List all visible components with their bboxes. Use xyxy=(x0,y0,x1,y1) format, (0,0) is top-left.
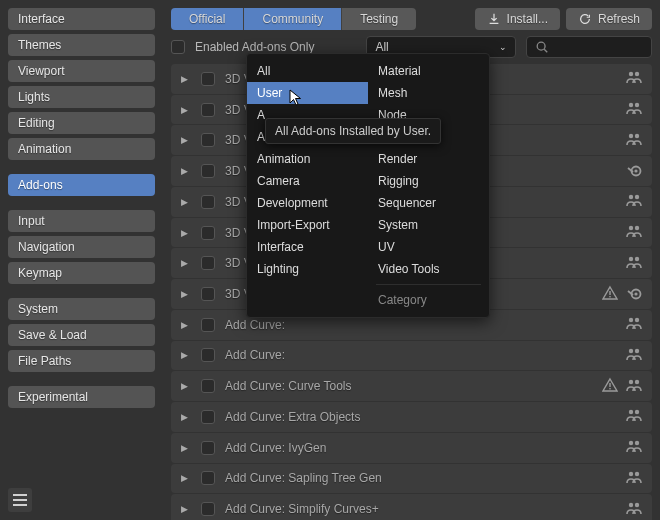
sidebar-item-save-load[interactable]: Save & Load xyxy=(8,324,155,346)
addon-name: Add Curve: Simplify Curves+ xyxy=(225,502,642,516)
enabled-only-checkbox[interactable] xyxy=(171,40,185,54)
community-icon xyxy=(626,69,642,88)
svg-point-0 xyxy=(538,42,546,50)
addon-enable-checkbox[interactable] xyxy=(201,103,215,117)
expand-caret[interactable]: ▶ xyxy=(181,412,191,422)
addon-enable-checkbox[interactable] xyxy=(201,348,215,362)
hamburger-menu[interactable] xyxy=(8,488,32,512)
popup-item-rigging[interactable]: Rigging xyxy=(368,170,489,192)
top-toolbar: OfficialCommunityTesting Install... Refr… xyxy=(171,8,652,30)
expand-caret[interactable]: ▶ xyxy=(181,289,191,299)
popup-item-interface[interactable]: Interface xyxy=(247,236,368,258)
addon-badges xyxy=(626,254,642,273)
popup-item-video-tools[interactable]: Video Tools xyxy=(368,258,489,280)
search-input[interactable] xyxy=(526,36,652,58)
addon-enable-checkbox[interactable] xyxy=(201,318,215,332)
refresh-icon xyxy=(578,12,592,26)
svg-point-29 xyxy=(629,441,633,445)
svg-point-12 xyxy=(635,226,639,230)
expand-caret[interactable]: ▶ xyxy=(181,74,191,84)
community-icon xyxy=(626,438,642,457)
install-button[interactable]: Install... xyxy=(475,8,560,30)
addon-enable-checkbox[interactable] xyxy=(201,256,215,270)
expand-caret[interactable]: ▶ xyxy=(181,105,191,115)
category-popup: AllUserAAdd MeshAnimationCameraDevelopme… xyxy=(246,53,490,318)
popup-item-import-export[interactable]: Import-Export xyxy=(247,214,368,236)
expand-caret[interactable]: ▶ xyxy=(181,228,191,238)
addon-enable-checkbox[interactable] xyxy=(201,441,215,455)
addon-enable-checkbox[interactable] xyxy=(201,72,215,86)
addon-enable-checkbox[interactable] xyxy=(201,164,215,178)
popup-item-mesh[interactable]: Mesh xyxy=(368,82,489,104)
addon-enable-checkbox[interactable] xyxy=(201,133,215,147)
addon-row: ▶Add Curve: Simplify Curves+ xyxy=(171,494,652,520)
addon-name: Add Curve: xyxy=(225,318,642,332)
popup-item-material[interactable]: Material xyxy=(368,60,489,82)
sidebar-item-add-ons[interactable]: Add-ons xyxy=(8,174,155,196)
expand-caret[interactable]: ▶ xyxy=(181,258,191,268)
sidebar-item-viewport[interactable]: Viewport xyxy=(8,60,155,82)
addon-enable-checkbox[interactable] xyxy=(201,502,215,516)
popup-item-user[interactable]: User xyxy=(247,82,368,104)
sidebar-item-input[interactable]: Input xyxy=(8,210,155,232)
expand-caret[interactable]: ▶ xyxy=(181,166,191,176)
community-icon xyxy=(626,377,642,396)
popup-item-lighting[interactable]: Lighting xyxy=(247,258,368,280)
addon-enable-checkbox[interactable] xyxy=(201,287,215,301)
addon-badges xyxy=(626,192,642,211)
addon-badges xyxy=(626,100,642,119)
popup-item-sequencer[interactable]: Sequencer xyxy=(368,192,489,214)
svg-point-31 xyxy=(629,472,633,476)
expand-caret[interactable]: ▶ xyxy=(181,381,191,391)
addon-enable-checkbox[interactable] xyxy=(201,379,215,393)
sidebar-item-experimental[interactable]: Experimental xyxy=(8,386,155,408)
addon-name: Add Curve: Curve Tools xyxy=(225,379,642,393)
addon-row: ▶Add Curve: Sapling Tree Gen xyxy=(171,464,652,494)
sidebar-item-editing[interactable]: Editing xyxy=(8,112,155,134)
svg-point-27 xyxy=(629,410,633,414)
tab-community[interactable]: Community xyxy=(243,8,341,30)
popup-item-development[interactable]: Development xyxy=(247,192,368,214)
expand-caret[interactable]: ▶ xyxy=(181,504,191,514)
addon-enable-checkbox[interactable] xyxy=(201,471,215,485)
expand-caret[interactable]: ▶ xyxy=(181,320,191,330)
addon-enable-checkbox[interactable] xyxy=(201,226,215,240)
addon-name: Add Curve: Extra Objects xyxy=(225,410,642,424)
sidebar-item-file-paths[interactable]: File Paths xyxy=(8,350,155,372)
popup-item-animation[interactable]: Animation xyxy=(247,148,368,170)
expand-caret[interactable]: ▶ xyxy=(181,350,191,360)
popup-item-all[interactable]: All xyxy=(247,60,368,82)
sidebar-item-themes[interactable]: Themes xyxy=(8,34,155,56)
popup-item-uv[interactable]: UV xyxy=(368,236,489,258)
svg-rect-24 xyxy=(609,388,610,389)
refresh-label: Refresh xyxy=(598,12,640,26)
svg-point-6 xyxy=(635,134,639,138)
popup-item-render[interactable]: Render xyxy=(368,148,489,170)
refresh-button[interactable]: Refresh xyxy=(566,8,652,30)
addon-row: ▶Add Curve: xyxy=(171,341,652,371)
addon-badges xyxy=(626,69,642,88)
expand-caret[interactable]: ▶ xyxy=(181,443,191,453)
popup-item-camera[interactable]: Camera xyxy=(247,170,368,192)
sidebar-item-keymap[interactable]: Keymap xyxy=(8,262,155,284)
expand-caret[interactable]: ▶ xyxy=(181,473,191,483)
sidebar-item-animation[interactable]: Animation xyxy=(8,138,155,160)
sidebar-item-interface[interactable]: Interface xyxy=(8,8,155,30)
sidebar-item-system[interactable]: System xyxy=(8,298,155,320)
tab-official[interactable]: Official xyxy=(171,8,243,30)
addon-badges xyxy=(626,469,642,488)
sidebar-item-navigation[interactable]: Navigation xyxy=(8,236,155,258)
popup-item-system[interactable]: System xyxy=(368,214,489,236)
tab-testing[interactable]: Testing xyxy=(341,8,416,30)
sidebar-item-lights[interactable]: Lights xyxy=(8,86,155,108)
addon-enable-checkbox[interactable] xyxy=(201,410,215,424)
svg-point-10 xyxy=(635,195,639,199)
download-icon xyxy=(487,12,501,26)
community-icon xyxy=(626,254,642,273)
expand-caret[interactable]: ▶ xyxy=(181,197,191,207)
addon-name: Add Curve: xyxy=(225,348,642,362)
search-icon xyxy=(535,40,549,54)
addon-row: ▶Add Curve: Curve Tools xyxy=(171,371,652,401)
addon-enable-checkbox[interactable] xyxy=(201,195,215,209)
expand-caret[interactable]: ▶ xyxy=(181,135,191,145)
